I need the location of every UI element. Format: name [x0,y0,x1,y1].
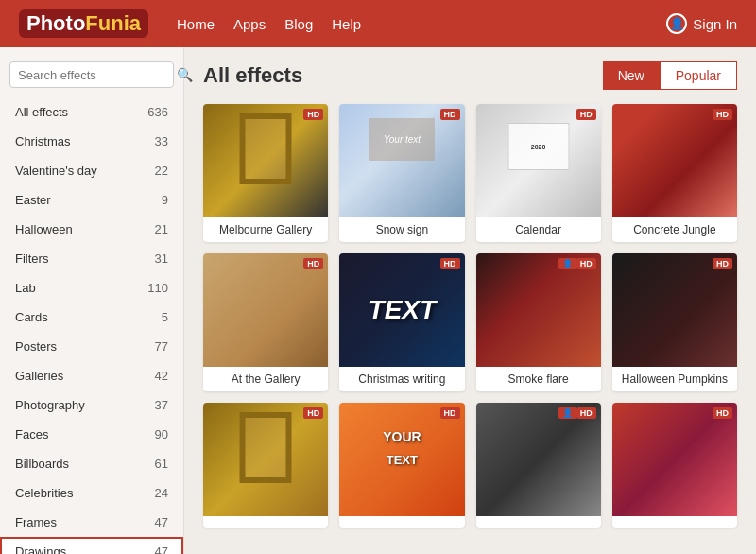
content-area: All effects New Popular HD Melbourne Gal… [184,47,756,554]
sidebar-label: Posters [15,339,57,354]
sidebar-item-frames[interactable]: Frames 47 [0,508,183,537]
effect-card-row3d[interactable]: HD [612,403,737,528]
text-overlay2: TEXT [387,453,418,467]
sidebar-item-all-effects[interactable]: All effects 636 [0,97,183,127]
sidebar-label: Valentine's day [15,164,97,178]
hd-badge: HD [303,258,323,269]
hd-badge: HD [576,258,596,269]
sidebar-count: 22 [155,164,168,178]
sidebar: 🔍 All effects 636 Christmas 33 Valentine… [0,47,184,554]
nav-help[interactable]: Help [332,11,361,37]
search-input[interactable] [18,68,177,82]
sidebar-label: Billboards [15,457,69,471]
sidebar-count: 90 [155,427,168,441]
logo[interactable]: PhotoFunia [19,9,148,38]
nav-apps[interactable]: Apps [233,11,266,37]
search-box[interactable]: 🔍 [9,61,174,88]
sidebar-label: Photography [15,398,85,412]
filter-popular-button[interactable]: Popular [660,61,737,90]
filter-buttons: New Popular [603,61,737,90]
sidebar-item-halloween[interactable]: Halloween 21 [0,215,183,244]
effect-thumbnail: HD 👤 [476,403,601,516]
effect-card-row3b[interactable]: YOUR TEXT HD [339,403,464,528]
logo-funia-text: Funia [85,11,141,36]
hd-badge: HD [303,407,323,419]
sidebar-label: Easter [15,193,51,207]
effect-card-row3c[interactable]: HD 👤 [476,403,601,528]
sidebar-label: Frames [15,515,57,529]
hd-badge: HD [576,109,596,120]
effect-thumbnail: HD [203,403,328,516]
nav-blog[interactable]: Blog [284,11,313,37]
effect-card-row3a[interactable]: HD [203,403,328,528]
sidebar-item-filters[interactable]: Filters 31 [0,244,183,273]
nav-home[interactable]: Home [177,11,215,37]
effect-card-melbourne[interactable]: HD Melbourne Gallery [203,104,328,242]
effect-card-writing[interactable]: TEXT HD Christmas writing [339,253,464,391]
sidebar-item-christmas[interactable]: Christmas 33 [0,127,183,156]
effect-thumbnail: HD [612,104,737,217]
sidebar-label: Halloween [15,222,73,236]
effect-name: Calendar [476,217,601,242]
sidebar-count: 42 [155,369,168,383]
page-title: All effects [203,63,302,88]
sidebar-item-cards[interactable]: Cards 5 [0,303,183,332]
sign-in-label: Sign In [693,16,737,32]
hd-badge: HD [576,407,596,419]
sidebar-count: 110 [147,281,168,295]
effect-thumbnail: HD [612,253,737,367]
effect-thumbnail: HD [203,104,328,217]
logo-photo-text: Photo [26,11,85,36]
hd-badge: HD [303,109,323,120]
effect-card-gallery2[interactable]: HD At the Gallery [203,253,328,391]
sidebar-label: Celebrities [15,486,73,500]
effect-name [203,516,328,528]
sidebar-count: 33 [155,134,168,148]
sidebar-label: All effects [15,105,68,119]
sidebar-count: 636 [147,105,168,119]
hd-badge: HD [440,407,460,419]
sign-decoration: Your text [369,118,435,161]
sidebar-item-celebrities[interactable]: Celebrities 24 [0,478,183,508]
sidebar-item-lab[interactable]: Lab 110 [0,273,183,303]
frame-decoration [240,113,292,184]
sidebar-item-galleries[interactable]: Galleries 42 [0,361,183,390]
sidebar-count: 21 [155,222,168,236]
effect-name [476,516,601,528]
effect-thumbnail: HD [612,403,737,516]
effect-card-smoke[interactable]: HD 👤 Smoke flare [476,253,601,391]
sidebar-item-billboards[interactable]: Billboards 61 [0,449,183,478]
sidebar-item-posters[interactable]: Posters 77 [0,332,183,361]
effect-card-halloween[interactable]: HD Halloween Pumpkins [612,253,737,391]
text-overlay: YOUR [383,429,421,444]
sidebar-count: 31 [155,251,168,266]
effect-card-calendar[interactable]: 2020 HD Calendar [476,104,601,242]
effects-grid: HD Melbourne Gallery Your text HD Snow s… [203,104,737,528]
effect-name: Christmas writing [339,367,464,391]
sidebar-item-faces[interactable]: Faces 90 [0,420,183,449]
effect-name: At the Gallery [203,367,328,391]
effect-name [612,516,737,528]
effect-name: Halloween Pumpkins [612,367,737,391]
frame-decoration [240,412,292,483]
sign-in-button[interactable]: 👤 Sign In [666,13,737,34]
header: PhotoFunia Home Apps Blog Help 👤 Sign In [0,0,756,47]
hd-badge: HD [440,258,460,269]
hd-badge: HD [440,109,460,120]
sidebar-item-valentines[interactable]: Valentine's day 22 [0,156,183,185]
sidebar-item-easter[interactable]: Easter 9 [0,185,183,215]
effect-name: Concrete Jungle [612,217,737,242]
effect-thumbnail: Your text HD [339,104,464,217]
sidebar-count: 24 [155,486,168,500]
filter-new-button[interactable]: New [603,61,660,90]
effect-thumbnail: 2020 HD [476,104,601,217]
effect-thumbnail: YOUR TEXT HD [339,403,464,516]
effect-card-jungle[interactable]: HD Concrete Jungle [612,104,737,242]
text-overlay: TEXT [369,295,437,325]
effect-card-snow[interactable]: Your text HD Snow sign [339,104,464,242]
effect-thumbnail: HD 👤 [476,253,601,367]
sidebar-item-photography[interactable]: Photography 37 [0,390,183,420]
sidebar-item-drawings[interactable]: Drawings 47 [0,537,183,554]
effect-name: Snow sign [339,217,464,242]
sidebar-count: 9 [162,193,168,207]
